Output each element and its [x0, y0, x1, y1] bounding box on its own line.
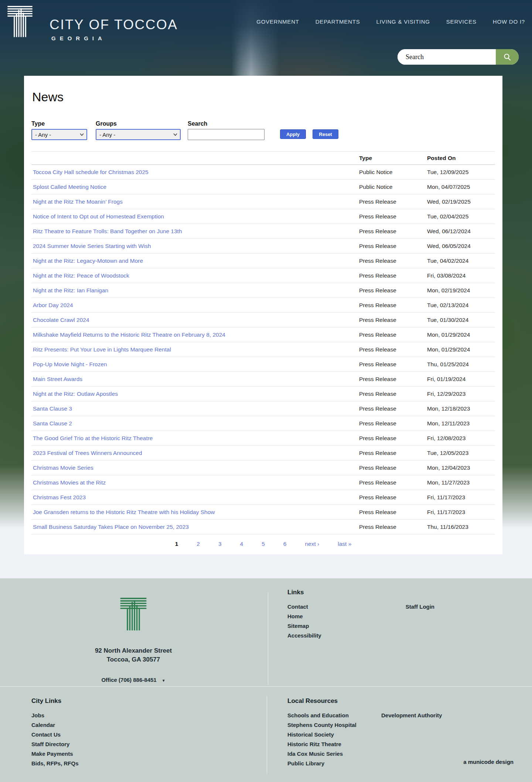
- news-item-link[interactable]: Night at the Ritz The Moanin’ Frogs: [33, 198, 123, 205]
- table-row: Night at the Ritz The Moanin’ Frogs Pres…: [31, 194, 495, 209]
- table-row: Night at the Ritz: Ian Flanigan Press Re…: [31, 283, 495, 298]
- pagination: 1 23456 next › last »: [31, 541, 495, 547]
- pagination-page-link[interactable]: 3: [218, 541, 222, 547]
- nav-item[interactable]: HOW DO I?: [493, 18, 525, 25]
- footer-divider-vertical: [268, 592, 268, 685]
- nav-item[interactable]: SERVICES: [446, 18, 477, 25]
- search-icon: [503, 52, 512, 61]
- news-item-link[interactable]: 2024 Summer Movie Series Starting with W…: [33, 243, 151, 249]
- apply-button[interactable]: Apply: [280, 129, 306, 139]
- office-phone-toggle[interactable]: Office (706) 886-8451▼: [0, 677, 267, 683]
- news-item-link[interactable]: Chocolate Crawl 2024: [33, 317, 89, 323]
- pagination-page-link[interactable]: 4: [240, 541, 243, 547]
- news-item-link[interactable]: Christmas Fest 2023: [33, 494, 86, 500]
- search-filter-input[interactable]: [188, 129, 265, 140]
- news-item-posted: Fri, 01/19/2024: [426, 372, 495, 387]
- news-item-posted: Tue, 02/04/2025: [426, 209, 495, 224]
- local-resource-link[interactable]: Schools and Education: [287, 711, 381, 720]
- news-item-link[interactable]: Ritz Theatre to Feature Trolls: Band Tog…: [33, 228, 182, 234]
- table-row: Pop-Up Movie Night - Frozen Press Releas…: [31, 357, 495, 372]
- table-row: Toccoa City Hall schedule for Christmas …: [31, 165, 495, 180]
- pagination-page-link[interactable]: 2: [197, 541, 200, 547]
- footer-link[interactable]: Home: [287, 612, 321, 621]
- news-item-posted: Fri, 03/08/2024: [426, 268, 495, 283]
- news-item-type: Press Release: [358, 357, 426, 372]
- groups-filter-select[interactable]: - Any -: [96, 129, 181, 140]
- brand-title: CITY OF TOCCOA: [50, 17, 178, 33]
- news-item-posted: Thu, 11/16/2023: [426, 520, 495, 534]
- news-item-posted: Wed, 06/05/2024: [426, 239, 495, 254]
- news-item-type: Press Release: [358, 505, 426, 520]
- reset-button[interactable]: Reset: [313, 129, 338, 139]
- news-item-link[interactable]: Night at the Ritz: Outlaw Apostles: [33, 391, 118, 397]
- table-row: Ritz Theatre to Feature Trolls: Band Tog…: [31, 224, 495, 239]
- news-item-link[interactable]: Christmas Movies at the Ritz: [33, 479, 106, 486]
- table-row: 2024 Summer Movie Series Starting with W…: [31, 239, 495, 254]
- news-item-type: Press Release: [358, 313, 426, 327]
- municode-credit[interactable]: a municode design: [463, 759, 514, 765]
- news-item-type: Press Release: [358, 194, 426, 209]
- news-item-link[interactable]: Pop-Up Movie Night - Frozen: [33, 361, 107, 367]
- news-item-type: Press Release: [358, 520, 426, 534]
- city-logo-icon[interactable]: [7, 5, 33, 39]
- news-item-type: Press Release: [358, 342, 426, 357]
- news-item-link[interactable]: Night at the Ritz: Peace of Woodstock: [33, 272, 129, 279]
- news-item-link[interactable]: Santa Clause 2: [33, 420, 72, 426]
- news-item-link[interactable]: Night at the Ritz: Legacy-Motown and Mor…: [33, 258, 143, 264]
- header-search-button[interactable]: [496, 49, 519, 65]
- news-item-type: Press Release: [358, 298, 426, 313]
- local-resource-link[interactable]: Public Library: [287, 759, 381, 768]
- news-filters: Type - Any - Groups - Any - Search Apply…: [31, 120, 495, 140]
- local-resource-link[interactable]: Ida Cox Music Series: [287, 749, 381, 759]
- news-item-link[interactable]: The Good Grief Trio at the Historic Ritz…: [33, 435, 153, 441]
- news-item-posted: Mon, 11/27/2023: [426, 475, 495, 490]
- news-item-link[interactable]: Night at the Ritz: Ian Flanigan: [33, 287, 108, 293]
- news-item-link[interactable]: Main Street Awards: [33, 376, 82, 382]
- local-resource-link[interactable]: Stephens County Hospital: [287, 720, 381, 730]
- news-item-link[interactable]: Splost Called Meeting Notice: [33, 184, 106, 190]
- news-item-posted: Tue, 02/13/2024: [426, 298, 495, 313]
- footer-link[interactable]: Contact: [287, 602, 321, 612]
- pagination-page-link[interactable]: 6: [283, 541, 287, 547]
- city-link[interactable]: Bids, RFPs, RFQs: [31, 759, 79, 768]
- city-links-block: City Links JobsCalendarContact UsStaff D…: [31, 697, 79, 768]
- links-heading: Links: [287, 589, 434, 596]
- news-item-link[interactable]: Ritz Presents: Put Your Love in Lights M…: [33, 346, 171, 353]
- pagination-page-link[interactable]: 5: [262, 541, 265, 547]
- type-filter-select[interactable]: - Any -: [31, 129, 87, 140]
- nav-item[interactable]: GOVERNMENT: [256, 18, 299, 25]
- pagination-next-link[interactable]: next ›: [305, 541, 319, 547]
- news-item-link[interactable]: Joe Gransden returns to the Historic Rit…: [33, 509, 215, 515]
- nav-item[interactable]: DEPARTMENTS: [316, 18, 360, 25]
- site-brand[interactable]: CITY OF TOCCOA GEORGIA: [50, 17, 178, 41]
- table-row: The Good Grief Trio at the Historic Ritz…: [31, 431, 495, 446]
- staff-login-link[interactable]: Staff Login: [406, 602, 434, 612]
- city-link[interactable]: Staff Directory: [31, 740, 79, 749]
- local-resource-link[interactable]: Historic Ritz Theatre: [287, 740, 381, 749]
- news-item-link[interactable]: Notice of Intent to Opt out of Homestead…: [33, 213, 164, 220]
- news-item-type: Press Release: [358, 416, 426, 431]
- footer-link[interactable]: Accessibility: [287, 631, 321, 640]
- city-link[interactable]: Jobs: [31, 711, 79, 720]
- footer-link[interactable]: Sitemap: [287, 621, 321, 631]
- nav-item[interactable]: LIVING & VISITING: [376, 18, 430, 25]
- groups-filter-value: - Any -: [99, 132, 115, 138]
- local-resource-link[interactable]: Development Authority: [381, 711, 442, 720]
- city-link[interactable]: Contact Us: [31, 730, 79, 740]
- news-item-link[interactable]: 2023 Festival of Trees Winners Announced: [33, 450, 142, 456]
- news-item-type: Press Release: [358, 372, 426, 387]
- city-link[interactable]: Make Payments: [31, 749, 79, 759]
- local-resource-link[interactable]: Historical Society: [287, 730, 381, 740]
- news-item-link[interactable]: Small Business Saturday Takes Place on N…: [33, 524, 189, 530]
- pagination-last-link[interactable]: last »: [338, 541, 351, 547]
- news-item-link[interactable]: Toccoa City Hall schedule for Christmas …: [33, 169, 149, 175]
- brand-subtitle: GEORGIA: [50, 35, 178, 41]
- header-search-input[interactable]: [398, 49, 496, 65]
- news-item-link[interactable]: Milkshake Mayfield Returns to the Histor…: [33, 332, 225, 338]
- news-item-posted: Mon, 01/29/2024: [426, 342, 495, 357]
- news-item-link[interactable]: Arbor Day 2024: [33, 302, 73, 308]
- news-item-link[interactable]: Christmas Movie Series: [33, 465, 93, 471]
- city-link[interactable]: Calendar: [31, 720, 79, 730]
- news-item-posted: Mon, 01/29/2024: [426, 327, 495, 342]
- news-item-link[interactable]: Santa Clause 3: [33, 405, 72, 412]
